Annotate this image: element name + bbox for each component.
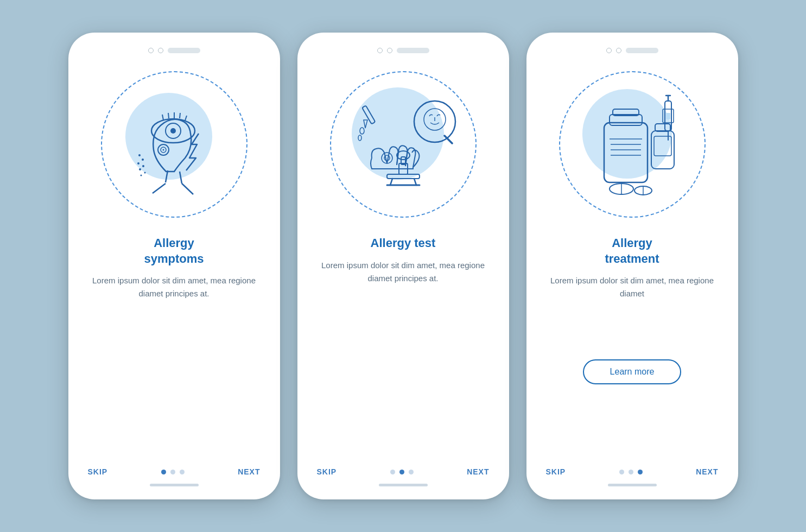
svg-point-14 <box>162 149 164 151</box>
treatment-svg <box>567 79 697 210</box>
next-button-2[interactable]: NEXT <box>467 467 489 476</box>
home-indicator-2 <box>379 484 428 486</box>
status-pill-1 <box>168 48 200 53</box>
illustration-test <box>322 63 485 226</box>
svg-rect-31 <box>387 174 420 179</box>
svg-line-3 <box>182 183 193 194</box>
svg-rect-38 <box>604 123 648 182</box>
svg-point-34 <box>397 151 410 160</box>
svg-point-19 <box>139 168 141 170</box>
svg-rect-47 <box>654 136 671 156</box>
status-circle-2 <box>158 48 163 53</box>
svg-point-16 <box>142 159 144 161</box>
card-title-3: Allergy treatment <box>605 236 659 267</box>
svg-point-21 <box>140 175 142 176</box>
skip-button-2[interactable]: SKIP <box>317 467 337 476</box>
dot-3-1 <box>619 470 624 474</box>
svg-line-35 <box>390 179 392 185</box>
next-button-3[interactable]: NEXT <box>696 467 718 476</box>
card-body-2: Lorem ipsum dolor sit dim amet, mea regi… <box>310 259 496 358</box>
svg-point-17 <box>137 162 139 164</box>
svg-point-20 <box>144 172 145 174</box>
status-pill-2 <box>397 48 429 53</box>
card-body-3: Lorem ipsum dolor sit dim amet, mea regi… <box>540 274 725 350</box>
home-indicator-3 <box>608 484 657 486</box>
svg-rect-53 <box>666 113 670 119</box>
svg-line-10 <box>180 113 180 118</box>
status-circle-4 <box>387 48 392 53</box>
dot-1-1 <box>161 470 166 474</box>
status-circle-1 <box>148 48 154 53</box>
svg-line-2 <box>153 183 166 193</box>
svg-point-23 <box>360 128 364 134</box>
dot-2-1 <box>390 470 395 474</box>
phones-container: Allergy symptoms Lorem ipsum dolor sit d… <box>68 33 738 499</box>
nav-dots-2 <box>390 470 414 474</box>
test-svg <box>338 79 468 210</box>
learn-more-button[interactable]: Learn more <box>583 359 682 384</box>
svg-line-8 <box>168 113 169 118</box>
phone-nav-2: SKIP NEXT <box>310 467 496 476</box>
status-pill-3 <box>626 48 658 53</box>
dot-3-3 <box>638 470 643 474</box>
svg-line-0 <box>166 170 168 182</box>
phone-3: Allergy treatment Lorem ipsum dolor sit … <box>526 33 738 499</box>
symptoms-svg <box>109 79 239 210</box>
dot-1-2 <box>170 470 175 474</box>
dot-2-2 <box>399 470 404 474</box>
nav-dots-1 <box>161 470 185 474</box>
status-circle-5 <box>606 48 612 53</box>
illustration-treatment <box>551 63 714 226</box>
status-circle-6 <box>616 48 621 53</box>
dot-1-3 <box>180 470 185 474</box>
status-bar-1 <box>81 48 267 53</box>
svg-line-11 <box>185 116 187 121</box>
svg-point-6 <box>170 128 176 134</box>
card-body-1: Lorem ipsum dolor sit dim amet, mea regi… <box>81 274 267 366</box>
phone-2: Allergy test Lorem ipsum dolor sit dim a… <box>297 33 509 499</box>
card-title-1: Allergy symptoms <box>144 236 204 267</box>
phone-1: Allergy symptoms Lorem ipsum dolor sit d… <box>68 33 280 499</box>
dot-3-2 <box>629 470 633 474</box>
status-circle-3 <box>377 48 383 53</box>
card-title-2: Allergy test <box>371 236 436 251</box>
svg-point-15 <box>138 154 141 156</box>
svg-line-7 <box>162 115 163 120</box>
skip-button-3[interactable]: SKIP <box>546 467 566 476</box>
nav-dots-3 <box>619 470 643 474</box>
next-button-1[interactable]: NEXT <box>238 467 260 476</box>
svg-line-36 <box>414 179 416 185</box>
home-indicator-1 <box>150 484 199 486</box>
dot-2-3 <box>409 470 414 474</box>
status-bar-3 <box>540 48 725 53</box>
status-bar-2 <box>310 48 496 53</box>
svg-rect-46 <box>655 124 670 131</box>
svg-point-18 <box>142 165 144 167</box>
illustration-symptoms <box>93 63 256 226</box>
svg-line-1 <box>180 172 182 183</box>
phone-nav-3: SKIP NEXT <box>540 467 725 476</box>
svg-point-24 <box>358 135 361 141</box>
svg-point-25 <box>414 101 455 142</box>
skip-button-1[interactable]: SKIP <box>88 467 108 476</box>
phone-nav-1: SKIP NEXT <box>81 467 267 476</box>
